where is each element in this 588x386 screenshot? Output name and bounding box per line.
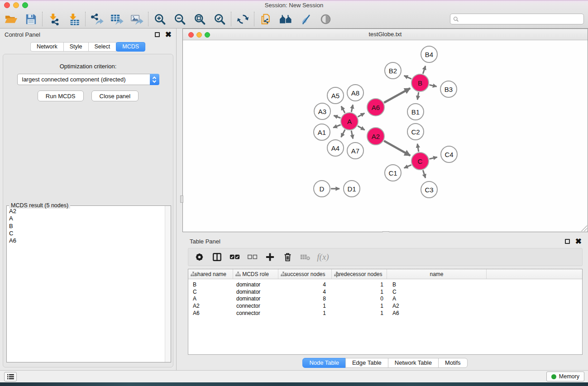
import-table-button[interactable] <box>64 10 84 28</box>
node-B1[interactable]: B1 <box>407 103 424 120</box>
zoom-selected-button[interactable] <box>210 10 229 28</box>
column-header-shared-name[interactable]: shared name <box>188 269 233 279</box>
mcds-result-item[interactable]: A <box>9 215 165 222</box>
node-D1[interactable]: D1 <box>343 180 360 197</box>
table-cell: A2 <box>387 303 487 309</box>
minimize-window-button[interactable] <box>13 2 19 8</box>
network-minimize-button[interactable] <box>196 32 202 38</box>
column-label: name <box>430 271 443 277</box>
node-A7[interactable]: A7 <box>347 142 364 159</box>
column-label: predecessor nodes <box>336 271 382 277</box>
mcds-result-item[interactable]: C <box>9 230 165 237</box>
add-row-button[interactable] <box>261 249 279 265</box>
close-panel-icon[interactable]: ✖ <box>165 32 172 37</box>
tab-node-table[interactable]: Node Table <box>302 358 346 368</box>
tab-motifs[interactable]: Motifs <box>438 358 468 368</box>
node-A6[interactable]: A6 <box>367 98 385 116</box>
node-B[interactable]: B <box>411 74 429 92</box>
node-A5[interactable]: A5 <box>327 87 344 104</box>
table-row[interactable]: Bdominator41B <box>188 281 582 288</box>
run-mcds-button[interactable]: Run MCDS <box>38 91 84 101</box>
node-B4[interactable]: B4 <box>421 46 438 63</box>
export-network-button[interactable] <box>87 10 107 28</box>
node-A4[interactable]: A4 <box>327 139 344 157</box>
close-panel-button[interactable]: Close panel <box>91 91 139 101</box>
network-canvas[interactable]: B4B2BB3A8A5A6A3B1AA1C2A2A4A7C4CC1C3DD1 <box>183 40 588 232</box>
node-C2[interactable]: C2 <box>407 123 424 140</box>
node-C4[interactable]: C4 <box>440 146 458 163</box>
node-A[interactable]: A <box>340 112 359 130</box>
search-field[interactable] <box>450 14 584 24</box>
node-C[interactable]: C <box>411 152 429 170</box>
node-B2[interactable]: B2 <box>384 62 402 79</box>
memory-button[interactable]: Memory <box>546 372 584 381</box>
column-header-successor-nodes[interactable]: successor nodes <box>278 269 332 279</box>
home-networks-button[interactable] <box>276 10 296 28</box>
table-float-panel-icon[interactable] <box>565 239 570 244</box>
table-cell: B <box>387 281 487 288</box>
tab-network-table[interactable]: Network Table <box>388 358 439 368</box>
maximize-window-button[interactable] <box>22 2 28 8</box>
network-window-titlebar[interactable]: testGlobe.txt <box>183 29 588 40</box>
zoom-in-button[interactable] <box>150 10 170 28</box>
show-view-button[interactable] <box>316 10 335 28</box>
float-panel-icon[interactable] <box>155 32 160 37</box>
column-header-name[interactable]: name <box>387 269 487 279</box>
open-file-button[interactable] <box>1 10 21 28</box>
node-A1[interactable]: A1 <box>313 124 330 141</box>
node-C1[interactable]: C1 <box>384 164 402 181</box>
column-header-predecessor-nodes[interactable]: predecessor nodes <box>332 269 387 279</box>
mcds-result-item[interactable]: B <box>9 223 165 230</box>
search-icon <box>453 16 459 22</box>
deselect-all-button[interactable] <box>244 249 261 265</box>
table-cell: 0 <box>332 295 387 302</box>
settings-button[interactable] <box>191 249 208 265</box>
optimization-criterion-dropdown[interactable]: largest connected component (directed) <box>17 74 159 85</box>
copy-network-button[interactable] <box>256 10 276 28</box>
control-panel-tabs: NetworkStyleSelectMCDS <box>0 42 176 52</box>
table-row[interactable]: A2connector11A2 <box>188 302 582 310</box>
table-close-panel-icon[interactable]: ✖ <box>575 239 582 244</box>
table-row[interactable]: A6connector11A6 <box>188 310 582 317</box>
export-table-button[interactable] <box>107 10 127 28</box>
apply-layout-button[interactable] <box>233 10 253 28</box>
node-C3[interactable]: C3 <box>421 181 438 198</box>
table-cell: 1 <box>332 310 387 316</box>
zoom-out-button[interactable] <box>170 10 190 28</box>
split-view-button[interactable] <box>208 249 226 265</box>
search-input[interactable] <box>461 14 581 24</box>
close-window-button[interactable] <box>4 2 10 8</box>
mcds-result-scrollbar[interactable] <box>165 206 171 362</box>
save-session-button[interactable] <box>21 10 41 28</box>
import-network-button[interactable] <box>44 10 64 28</box>
tab-edge-table[interactable]: Edge Table <box>345 358 388 368</box>
node-A3[interactable]: A3 <box>314 103 331 120</box>
node-A8[interactable]: A8 <box>347 84 364 101</box>
birdseye-handle-left[interactable] <box>180 195 183 203</box>
tab-select[interactable]: Select <box>88 42 117 52</box>
tab-mcds[interactable]: MCDS <box>116 42 145 52</box>
delete-row-button[interactable] <box>279 249 296 265</box>
edge-C-C4 <box>429 157 437 159</box>
node-A2[interactable]: A2 <box>367 127 385 145</box>
mcds-result-list[interactable]: A2ABCA6 <box>7 206 165 362</box>
toolbar-separator <box>148 12 148 26</box>
table-row[interactable]: Adominator80A <box>188 295 582 303</box>
toolbar-separator <box>231 12 231 26</box>
tab-style[interactable]: Style <box>63 42 89 52</box>
select-all-button[interactable] <box>226 249 244 265</box>
tab-network[interactable]: Network <box>30 42 64 52</box>
node-D[interactable]: D <box>313 180 330 197</box>
export-image-button[interactable] <box>127 10 147 28</box>
mcds-result-item[interactable]: A2 <box>9 208 165 215</box>
desktop-wallpaper-strip <box>0 382 588 386</box>
hide-graphics-details-button[interactable] <box>296 10 316 28</box>
node-B3[interactable]: B3 <box>440 81 457 98</box>
mcds-result-item[interactable]: A6 <box>9 237 165 244</box>
column-header-MCDS-role[interactable]: MCDS role <box>233 269 278 279</box>
table-row[interactable]: Cdominator41C <box>188 288 582 295</box>
network-maximize-button[interactable] <box>205 32 210 38</box>
zoom-fit-button[interactable] <box>190 10 210 28</box>
task-history-button[interactable] <box>4 372 17 381</box>
network-close-button[interactable] <box>188 32 194 38</box>
